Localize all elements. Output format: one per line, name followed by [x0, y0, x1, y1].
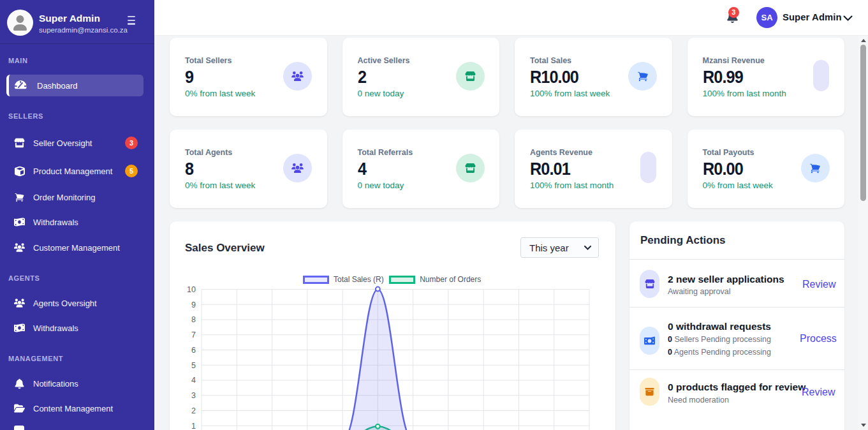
svg-text:10: 10 [187, 285, 196, 294]
svg-text:5: 5 [191, 361, 196, 370]
svg-text:2: 2 [191, 406, 196, 415]
svg-text:7: 7 [191, 330, 196, 339]
svg-text:6: 6 [191, 346, 196, 355]
svg-text:9: 9 [191, 300, 196, 309]
svg-text:1: 1 [191, 422, 196, 430]
svg-text:4: 4 [191, 376, 196, 385]
svg-text:8: 8 [191, 315, 196, 324]
svg-text:3: 3 [191, 391, 196, 400]
